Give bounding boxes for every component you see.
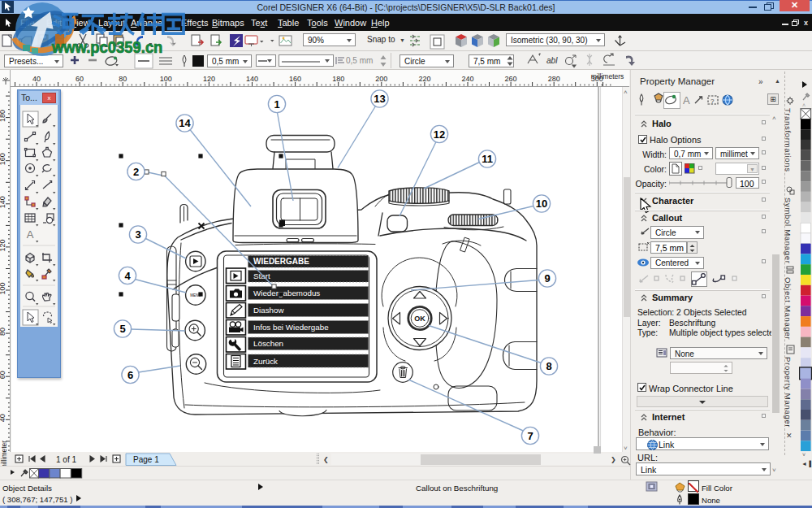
svg-text:7: 7 (527, 430, 533, 442)
svg-text:millimeters: millimeters (591, 72, 624, 80)
svg-text:12: 12 (434, 128, 445, 141)
svg-text:1: 1 (274, 98, 279, 111)
svg-text:Start: Start (253, 271, 270, 280)
svg-text:200: 200 (375, 75, 387, 83)
svg-text:A: A (683, 94, 690, 106)
svg-text:100: 100 (160, 75, 172, 83)
svg-text:1 of 1: 1 of 1 (56, 455, 76, 464)
svg-text:160: 160 (0, 153, 6, 165)
svg-text:10: 10 (536, 198, 547, 210)
svg-text:180: 180 (0, 110, 6, 122)
svg-text:120: 120 (203, 75, 215, 83)
svg-text:6: 6 (127, 369, 133, 381)
svg-text:Infos bei Wiedergabe: Infos bei Wiedergabe (253, 323, 329, 332)
svg-text:Zurück: Zurück (253, 357, 278, 366)
svg-text:180: 180 (332, 75, 344, 83)
svg-text:3: 3 (135, 228, 140, 241)
svg-text:60: 60 (0, 371, 6, 379)
svg-text:40: 40 (0, 414, 6, 422)
svg-text:160: 160 (289, 75, 301, 83)
svg-text:?: ? (710, 98, 715, 105)
svg-text:280: 280 (548, 75, 560, 83)
svg-text:13: 13 (374, 93, 385, 105)
svg-text:120: 120 (0, 239, 6, 251)
svg-text:5: 5 (119, 323, 125, 335)
svg-text:Diashow: Diashow (253, 306, 284, 315)
svg-text:100: 100 (0, 282, 6, 294)
svg-text:8: 8 (546, 360, 551, 372)
svg-text:240: 240 (461, 75, 473, 83)
svg-text:Wiedergabemodus: Wiedergabemodus (253, 289, 320, 297)
svg-text:140: 140 (0, 196, 6, 208)
svg-text:220: 220 (418, 75, 430, 83)
svg-text:60: 60 (76, 75, 84, 83)
svg-text:140: 140 (246, 75, 258, 83)
svg-text:A: A (27, 228, 34, 241)
svg-text:WIEDERGABE: WIEDERGABE (253, 257, 309, 266)
svg-text:9: 9 (544, 272, 550, 284)
svg-text:260: 260 (505, 75, 517, 83)
svg-text:40: 40 (32, 75, 41, 83)
svg-text:OK: OK (414, 315, 425, 323)
svg-text:11: 11 (482, 153, 493, 165)
svg-text:2: 2 (133, 166, 139, 178)
svg-text:80: 80 (0, 328, 6, 336)
svg-text:Page 1: Page 1 (133, 455, 159, 464)
svg-text:80: 80 (119, 75, 127, 83)
svg-text:abI: abI (546, 56, 558, 65)
svg-text:Löschen: Löschen (253, 339, 283, 348)
svg-text:4: 4 (124, 270, 131, 282)
svg-text:14: 14 (179, 117, 191, 129)
